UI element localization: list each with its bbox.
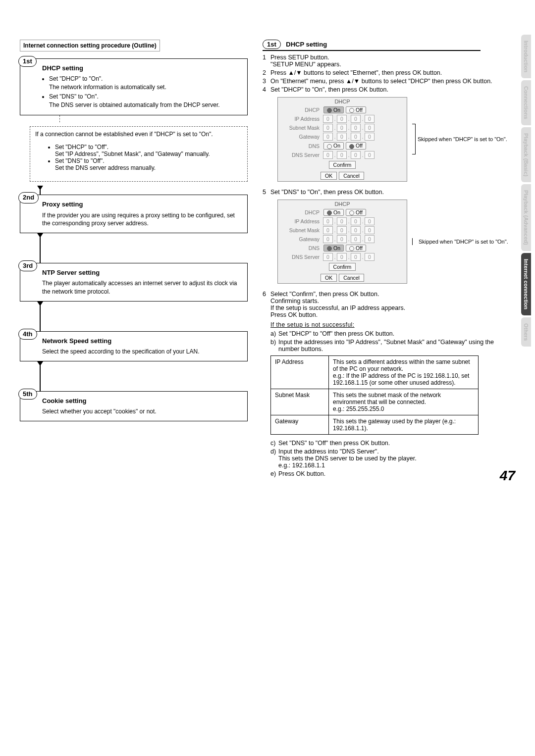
- bubble-4th: 4th: [18, 329, 37, 340]
- left-column: Internet connection setting procedure (O…: [20, 40, 248, 479]
- rstep-4: 4Set "DHCP" to "On", then press OK butto…: [263, 86, 515, 93]
- step4-text: Select the speed according to the specif…: [42, 348, 241, 356]
- address-table: IP AddressThis sets a different address …: [270, 355, 479, 435]
- cancel-btn-2[interactable]: Cancel: [339, 274, 364, 282]
- cancel-btn-1[interactable]: Cancel: [339, 172, 364, 180]
- dns-on-1[interactable]: On: [323, 142, 344, 149]
- dns-on-2[interactable]: On: [323, 245, 344, 252]
- rstep-6: 6 Select "Confirm", then press OK button…: [263, 291, 515, 318]
- tab-playback-basic: Playback (Basic): [521, 127, 531, 182]
- step5-title: Cookie setting: [42, 397, 241, 405]
- fail-heading: If the setup is not successful:: [270, 321, 515, 328]
- right-title: DHCP setting: [286, 41, 327, 48]
- step-2nd: 2nd Proxy setting If the provider you ar…: [20, 195, 248, 233]
- ok-btn-2[interactable]: OK: [321, 274, 337, 282]
- dhcp-panel-2: DHCP DHCP On Off IP Address 0.0.0.0 Subn…: [277, 200, 515, 284]
- bubble-5th: 5th: [18, 389, 37, 400]
- dns-off-2[interactable]: Off: [346, 245, 366, 252]
- fail-e: e)Press OK button.: [270, 470, 515, 477]
- sub-connector: [59, 115, 248, 122]
- step3-title: NTP Server setting: [42, 268, 241, 277]
- bubble-1st: 1st: [18, 56, 37, 67]
- fail-b: b)Input the addresses into "IP Address",…: [270, 339, 515, 353]
- right-column: 1st DHCP setting 1Press SETUP button."SE…: [263, 40, 515, 479]
- outline-header: Internet connection setting procedure (O…: [20, 40, 160, 51]
- s1-b2: Set "DNS" to "On".The DNS server is obta…: [49, 93, 241, 109]
- cell-ip-text: This sets a different address within the…: [329, 356, 479, 389]
- dhcp-panel-1: DHCP DHCP On Off IP Address 0.0.0.0 Subn…: [277, 97, 515, 181]
- step-5th: 5th Cookie setting Select whether you ac…: [20, 391, 248, 421]
- panel1-title: DHCP: [278, 98, 407, 105]
- fail-c: c)Set "DNS" to "Off" then press OK butto…: [270, 440, 515, 447]
- step4-title: Network Speed setting: [42, 337, 241, 346]
- sub-intro: If a connection cannot be established ev…: [35, 131, 242, 138]
- dhcp-on-2[interactable]: On: [323, 209, 344, 216]
- arrow-1-2: [40, 186, 41, 195]
- step2-text: If the provider you are using requires a…: [42, 211, 241, 228]
- bubble-2nd: 2nd: [18, 192, 39, 203]
- fail-a: a)Set "DHCP" to "Off" then press OK butt…: [270, 330, 515, 337]
- step5-text: Select whether you accept "cookies" or n…: [42, 407, 241, 416]
- step1-title: DHCP setting: [42, 64, 241, 73]
- step3-text: The player automatically accesses an int…: [42, 279, 241, 296]
- skip-note-1: Skipped when "DHCP" is set to "On".: [418, 136, 507, 143]
- dhcp-on[interactable]: On: [323, 106, 344, 113]
- confirm-btn-1[interactable]: Confirm: [329, 161, 356, 169]
- right-heading: 1st DHCP setting: [263, 40, 515, 51]
- cell-gw-label: Gateway: [271, 415, 329, 435]
- arrow-4-5: [40, 361, 41, 391]
- rstep-5: 5Set "DNS" to "On", then press OK button…: [263, 189, 515, 196]
- tab-connections: Connections: [521, 80, 531, 125]
- fail-d: d) Input the address into "DNS Server". …: [270, 448, 515, 469]
- cell-ip-label: IP Address: [271, 356, 329, 389]
- dhcp-off[interactable]: Off: [346, 106, 366, 113]
- step-4th: 4th Network Speed setting Select the spe…: [20, 331, 248, 361]
- right-bubble-1st: 1st: [263, 40, 281, 49]
- rstep-2: 2Press ▲/▼ buttons to select "Ethernet",…: [263, 69, 515, 76]
- cell-gw-text: This sets the gateway used by the player…: [329, 415, 479, 435]
- tab-playback-advanced: Playback (Advanced): [521, 184, 531, 251]
- sub-i2: Set "DNS" to "Off".Set the DNS server ad…: [55, 157, 242, 171]
- rstep-3: 3On "Ethernet" menu, press ▲/▼ buttons t…: [263, 78, 515, 85]
- rstep-1: 1Press SETUP button."SETUP MENU" appears…: [263, 54, 515, 68]
- tab-introduction: Introduction: [521, 35, 531, 78]
- panel2-title: DHCP: [278, 200, 407, 208]
- dhcp-off-2[interactable]: Off: [346, 209, 366, 216]
- step-1st: 1st DHCP setting Set "DHCP" to "On".The …: [20, 58, 248, 115]
- brace-1: [412, 124, 416, 154]
- arrow-3-4: [40, 302, 41, 331]
- cell-mask-label: Subnet Mask: [271, 389, 329, 415]
- side-tabs: Introduction Connections Playback (Basic…: [521, 35, 535, 349]
- page-number: 47: [500, 468, 515, 484]
- heading-underline: [263, 50, 481, 51]
- dns-off-1[interactable]: Off: [346, 142, 366, 149]
- skip-note-2: Skipped when "DHCP" is set to "On".: [419, 238, 508, 245]
- bubble-3rd: 3rd: [18, 260, 37, 271]
- s1-b1: Set "DHCP" to "On".The network informati…: [49, 75, 241, 92]
- step2-title: Proxy setting: [42, 200, 241, 209]
- sub-i1: Set "DHCP" to "Off".Set "IP Address", "S…: [55, 144, 242, 157]
- tab-internet-connection: Internet connection: [521, 253, 531, 315]
- arrow-2-3: [40, 233, 41, 263]
- ok-btn-1[interactable]: OK: [321, 172, 337, 180]
- confirm-btn-2[interactable]: Confirm: [329, 263, 356, 271]
- brace-2: [412, 238, 417, 245]
- tab-others: Others: [521, 317, 531, 347]
- cell-mask-text: This sets the subnet mask of the network…: [329, 389, 479, 415]
- sub-box: If a connection cannot be established ev…: [30, 126, 248, 182]
- step-3rd: 3rd NTP Server setting The player automa…: [20, 263, 248, 302]
